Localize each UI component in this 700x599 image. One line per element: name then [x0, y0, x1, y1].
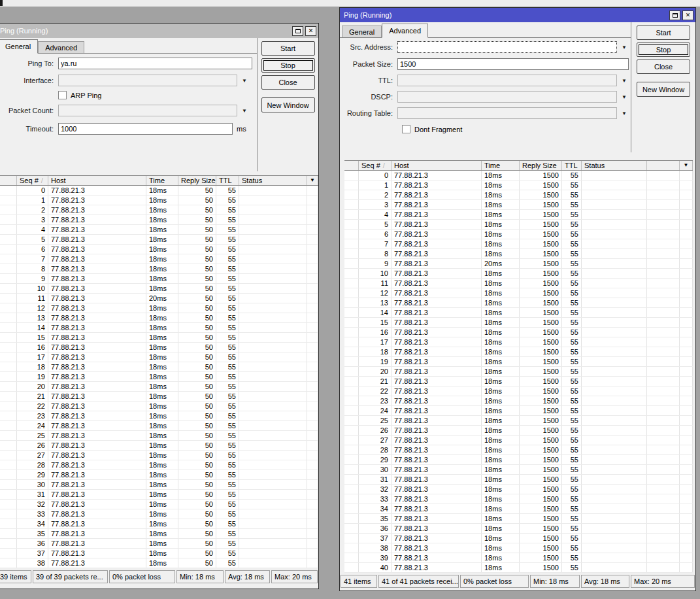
dscp-select[interactable] [397, 91, 617, 103]
table-row[interactable]: 677.88.21.318ms5055 [0, 245, 318, 254]
table-row[interactable]: 3677.88.21.318ms150055 [344, 524, 693, 534]
tab-general[interactable]: General [0, 39, 38, 54]
column-header-status[interactable]: Status [239, 176, 307, 185]
table-row[interactable]: 3577.88.21.318ms5055 [0, 529, 318, 539]
table-row[interactable]: 2277.88.21.318ms150055 [344, 386, 693, 396]
column-header-host[interactable]: Host [392, 161, 482, 170]
titlebar[interactable]: Ping (Running) ✕ [0, 24, 318, 38]
start-button[interactable]: Start [637, 26, 690, 40]
arp-ping-checkbox[interactable] [58, 91, 67, 99]
table-row[interactable]: 777.88.21.318ms5055 [0, 254, 318, 264]
table-row[interactable]: 577.88.21.318ms150055 [344, 220, 693, 230]
new-window-button[interactable]: New Window [261, 97, 315, 112]
close-window-button[interactable]: Close [261, 75, 315, 90]
close-button[interactable]: ✕ [305, 26, 316, 36]
table-row[interactable]: 977.88.21.320ms150055 [344, 259, 693, 269]
dropdown-icon[interactable]: ▼ [622, 94, 627, 100]
table-row[interactable]: 1277.88.21.318ms150055 [344, 288, 693, 298]
ttl-select[interactable] [397, 75, 617, 86]
dropdown-icon[interactable]: ▼ [622, 78, 627, 84]
table-row[interactable]: 177.88.21.318ms5055 [0, 196, 318, 205]
table-row[interactable]: 2077.88.21.318ms150055 [344, 367, 693, 377]
table-row[interactable]: 077.88.21.318ms150055 [344, 171, 693, 180]
table-row[interactable]: 1977.88.21.318ms5055 [0, 372, 318, 382]
table-row[interactable]: 2577.88.21.318ms5055 [0, 431, 318, 441]
table-row[interactable]: 2177.88.21.318ms150055 [344, 377, 693, 386]
column-options-button[interactable]: ▼ [680, 161, 693, 170]
table-row[interactable]: 2777.88.21.318ms150055 [344, 436, 693, 445]
table-row[interactable]: 2377.88.21.318ms150055 [344, 396, 693, 406]
table-row[interactable]: 1677.88.21.318ms150055 [344, 328, 693, 337]
table-row[interactable]: 3677.88.21.318ms5055 [0, 539, 318, 549]
table-row[interactable]: 3077.88.21.318ms5055 [0, 480, 318, 490]
interface-select[interactable] [58, 75, 237, 86]
table-row[interactable]: 477.88.21.318ms150055 [344, 210, 693, 220]
column-options-button[interactable]: ▼ [307, 176, 318, 185]
table-row[interactable]: 277.88.21.318ms5055 [0, 205, 318, 215]
table-row[interactable]: 677.88.21.318ms150055 [344, 230, 693, 239]
table-row[interactable]: 2477.88.21.318ms150055 [344, 406, 693, 416]
tab-general[interactable]: General [342, 26, 382, 37]
column-header-ttl[interactable]: TTL [562, 161, 582, 170]
table-row[interactable]: 977.88.21.318ms5055 [0, 274, 318, 284]
table-row[interactable]: 2877.88.21.318ms5055 [0, 460, 318, 470]
table-row[interactable]: 3977.88.21.318ms150055 [344, 553, 693, 563]
dont-fragment-checkbox[interactable] [402, 125, 410, 133]
dropdown-icon[interactable]: ▼ [622, 44, 627, 50]
table-row[interactable]: 877.88.21.318ms5055 [0, 264, 318, 274]
table-row[interactable]: 1077.88.21.318ms150055 [344, 269, 693, 279]
table-row[interactable]: 3377.88.21.318ms150055 [344, 494, 693, 504]
table-row[interactable]: 2977.88.21.318ms5055 [0, 470, 318, 480]
table-row[interactable]: 177.88.21.318ms150055 [344, 180, 693, 190]
table-row[interactable]: 2077.88.21.318ms5055 [0, 382, 318, 392]
column-header-status[interactable]: Status [582, 161, 647, 170]
column-header-time[interactable]: Time [146, 176, 178, 185]
table-row[interactable]: 077.88.21.318ms5055 [0, 186, 318, 196]
tab-advanced[interactable]: Advanced [38, 41, 84, 53]
table-row[interactable]: 1577.88.21.318ms150055 [344, 318, 693, 328]
table-row[interactable]: 477.88.21.318ms5055 [0, 225, 318, 235]
table-row[interactable]: 1177.88.21.320ms5055 [0, 294, 318, 303]
table-row[interactable]: 3477.88.21.318ms150055 [344, 504, 693, 514]
new-window-button[interactable]: New Window [637, 82, 690, 97]
table-row[interactable]: 3577.88.21.318ms150055 [344, 514, 693, 524]
table-row[interactable]: 1077.88.21.318ms5055 [0, 284, 318, 294]
table-row[interactable]: 777.88.21.318ms150055 [344, 239, 693, 249]
routing-table-select[interactable] [397, 107, 617, 119]
ping-to-input[interactable] [58, 58, 252, 69]
column-header-reply-size[interactable]: Reply Size [178, 176, 216, 185]
table-row[interactable]: 1777.88.21.318ms5055 [0, 352, 318, 362]
table-row[interactable]: 1877.88.21.318ms150055 [344, 347, 693, 357]
table-row[interactable]: 277.88.21.318ms150055 [344, 190, 693, 200]
tab-advanced[interactable]: Advanced [382, 24, 428, 38]
table-row[interactable]: 577.88.21.318ms5055 [0, 235, 318, 245]
column-header-seq[interactable]: Seq #/ [17, 176, 48, 185]
column-header-time[interactable]: Time [482, 161, 520, 170]
table-row[interactable]: 1677.88.21.318ms5055 [0, 343, 318, 352]
table-row[interactable]: 2577.88.21.318ms150055 [344, 416, 693, 426]
column-header-host[interactable]: Host [48, 176, 146, 185]
table-row[interactable]: 2677.88.21.318ms5055 [0, 441, 318, 451]
dropdown-icon[interactable]: ▼ [242, 78, 247, 84]
table-row[interactable]: 3877.88.21.318ms5055 [0, 558, 318, 568]
stop-button[interactable]: Stop [637, 43, 690, 57]
src-address-input[interactable] [397, 41, 617, 53]
table-row[interactable]: 1277.88.21.318ms5055 [0, 303, 318, 313]
table-row[interactable]: 4077.88.21.318ms150055 [344, 563, 693, 573]
table-row[interactable]: 3277.88.21.318ms5055 [0, 500, 318, 509]
maximize-button[interactable] [669, 10, 680, 20]
table-row[interactable]: 1877.88.21.318ms5055 [0, 362, 318, 372]
table-row[interactable]: 877.88.21.318ms150055 [344, 249, 693, 259]
table-row[interactable]: 2877.88.21.318ms150055 [344, 445, 693, 455]
table-row[interactable]: 3277.88.21.318ms150055 [344, 485, 693, 494]
dropdown-icon[interactable]: ▼ [242, 108, 247, 114]
packet-size-input[interactable] [397, 58, 629, 70]
table-row[interactable]: 1377.88.21.318ms150055 [344, 298, 693, 308]
titlebar[interactable]: Ping (Running) ✕ [340, 8, 695, 22]
table-row[interactable]: 3177.88.21.318ms150055 [344, 475, 693, 485]
column-header-seq[interactable]: Seq #/ [359, 161, 392, 170]
table-row[interactable]: 1577.88.21.318ms5055 [0, 333, 318, 343]
table-row[interactable]: 2377.88.21.318ms5055 [0, 411, 318, 421]
table-row[interactable]: 2477.88.21.318ms5055 [0, 421, 318, 431]
dropdown-icon[interactable]: ▼ [622, 111, 627, 116]
